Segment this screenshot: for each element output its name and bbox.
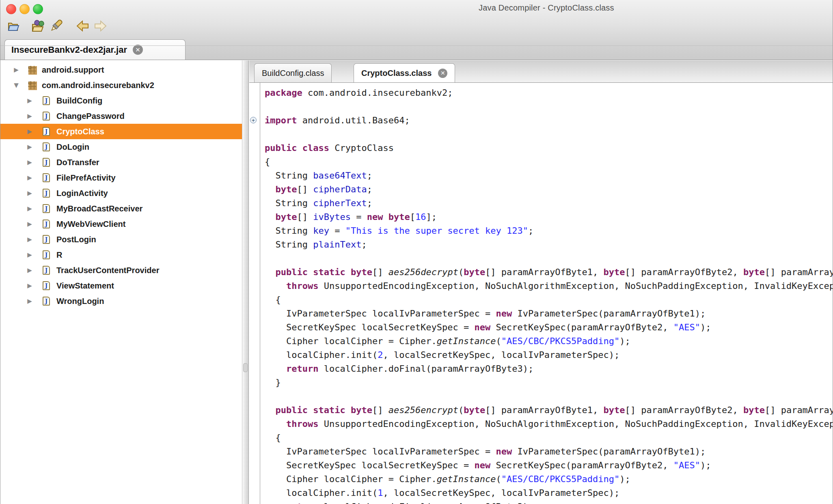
tab-label: CryptoClass.class <box>361 69 432 78</box>
editor-pane: BuildConfig.class CryptoClass.class ✕ + … <box>249 60 833 504</box>
chevron-right-icon[interactable]: ▶ <box>26 174 33 181</box>
zoom-window-icon[interactable] <box>33 4 43 14</box>
tree-item-loginactivity[interactable]: ▶JLoginActivity <box>0 185 242 201</box>
tree-item-label: BuildConfig <box>56 96 102 106</box>
tree-item-dotransfer[interactable]: ▶JDoTransfer <box>0 155 242 170</box>
code-line-19: Cipher localCipher = Cipher.getInstance(… <box>249 334 833 348</box>
pane-splitter[interactable] <box>242 60 249 504</box>
code-line-21: return localCipher.doFinal(paramArrayOfB… <box>249 362 833 376</box>
code-line-20: localCipher.init(2, localSecretKeySpec, … <box>249 348 833 362</box>
code-line-15: throws UnsupportedEncodingException, NoS… <box>249 279 833 293</box>
jd-gui-window: Java Decompiler - CryptoClass.class <box>0 0 833 504</box>
code-line-27: IvParameterSpec localIvParameterSpec = n… <box>249 445 833 459</box>
code-line-12: String plainText; <box>249 238 833 252</box>
tree-item-label: MyBroadCastReceiver <box>56 204 142 213</box>
tab-label: BuildConfig.class <box>262 69 324 78</box>
tree-item-label: R <box>56 250 62 260</box>
chevron-right-icon[interactable]: ▶ <box>26 267 33 274</box>
tree-item-mywebviewclient[interactable]: ▶JMyWebViewClient <box>0 216 242 232</box>
package-tree: ▶android.support▼com.android.insecureban… <box>0 60 242 504</box>
tree-item-cryptoclass[interactable]: ▶JCryptoClass <box>0 124 242 139</box>
code-line-11: String key = "This is the super secret k… <box>249 224 833 238</box>
code-line-31: return localCipher.doFinal(paramArrayOfB… <box>249 500 833 504</box>
tree-item-dologin[interactable]: ▶JDoLogin <box>0 139 242 155</box>
tree-item-label: ViewStatement <box>56 281 114 291</box>
chevron-right-icon[interactable]: ▶ <box>26 297 33 305</box>
tree-item-label: TrackUserContentProvider <box>56 266 159 275</box>
chevron-right-icon[interactable]: ▶ <box>26 282 33 289</box>
tree-item-fileprefactivity[interactable]: ▶JFilePrefActivity <box>0 170 242 185</box>
chevron-right-icon[interactable]: ▶ <box>26 205 33 212</box>
tree-item-label: android.support <box>42 65 104 75</box>
chevron-right-icon[interactable]: ▶ <box>26 220 33 228</box>
code-line-13 <box>249 252 833 265</box>
package-icon <box>28 66 37 74</box>
tree-item-r[interactable]: ▶JR <box>0 247 242 263</box>
tree-item-android-support[interactable]: ▶android.support <box>0 62 242 78</box>
tree-item-wronglogin[interactable]: ▶JWrongLogin <box>0 293 242 309</box>
tree-item-viewstatement[interactable]: ▶JViewStatement <box>0 278 242 293</box>
java-class-icon: J <box>43 220 50 228</box>
open-all-types-icon[interactable] <box>31 19 45 33</box>
editor-tab-bar: BuildConfig.class CryptoClass.class ✕ <box>249 60 833 83</box>
tab-close-icon[interactable]: ✕ <box>438 69 447 78</box>
jar-tab[interactable]: InsecureBankv2-dex2jar.jar ✕ <box>4 39 186 60</box>
paste-log-icon[interactable] <box>49 19 63 33</box>
java-class-icon: J <box>43 204 50 213</box>
chevron-right-icon[interactable]: ▶ <box>26 236 33 243</box>
chevron-right-icon[interactable]: ▶ <box>26 251 33 258</box>
tree-item-label: ChangePassword <box>56 112 125 121</box>
close-window-icon[interactable] <box>6 4 16 14</box>
chevron-right-icon[interactable]: ▶ <box>13 66 20 73</box>
chevron-right-icon[interactable]: ▶ <box>26 97 33 104</box>
tree-item-label: DoLogin <box>56 142 89 152</box>
java-class-icon: J <box>43 297 50 306</box>
chevron-down-icon[interactable]: ▼ <box>13 82 20 89</box>
code-line-16: { <box>249 293 833 307</box>
tree-item-changepassword[interactable]: ▶JChangePassword <box>0 108 242 124</box>
tree-item-buildconfig[interactable]: ▶JBuildConfig <box>0 93 242 108</box>
tree-item-com-android-insecurebankv2[interactable]: ▼com.android.insecurebankv2 <box>0 78 242 93</box>
code-line-17: IvParameterSpec localIvParameterSpec = n… <box>249 307 833 321</box>
chevron-right-icon[interactable]: ▶ <box>26 128 33 135</box>
tree-item-label: FilePrefActivity <box>56 173 116 183</box>
java-class-icon: J <box>43 112 50 121</box>
code-line-26: { <box>249 431 833 445</box>
code-line-5: public class CryptoClass <box>249 141 833 155</box>
package-icon <box>28 81 37 90</box>
minimize-window-icon[interactable] <box>19 4 30 14</box>
code-line-4 <box>249 127 833 141</box>
code-line-8: byte[] cipherData; <box>249 183 833 196</box>
tree-item-label: MyWebViewClient <box>56 220 125 229</box>
open-file-icon[interactable] <box>7 19 21 33</box>
code-line-7: String base64Text; <box>249 169 833 183</box>
chevron-right-icon[interactable]: ▶ <box>26 190 33 197</box>
tree-item-label: com.android.insecurebankv2 <box>42 81 154 90</box>
tree-item-postlogin[interactable]: ▶JPostLogin <box>0 232 242 247</box>
tab-buildconfig-class[interactable]: BuildConfig.class <box>254 63 332 82</box>
code-view[interactable]: + package com.android.insecurebankv2; im… <box>249 83 833 504</box>
code-line-14: public static byte[] aes256decrypt(byte[… <box>249 265 833 279</box>
java-class-icon: J <box>43 250 50 259</box>
java-class-icon: J <box>43 142 50 151</box>
tree-item-trackusercontentprovider[interactable]: ▶JTrackUserContentProvider <box>0 263 242 278</box>
code-line-9: String cipherText; <box>249 196 833 210</box>
chevron-right-icon[interactable]: ▶ <box>26 112 33 120</box>
tree-item-label: LoginActivity <box>56 189 108 198</box>
jar-tab-close-icon[interactable]: ✕ <box>133 45 143 55</box>
code-line-6: { <box>249 155 833 169</box>
code-line-23 <box>249 390 833 403</box>
chevron-right-icon[interactable]: ▶ <box>26 143 33 151</box>
code-line-3: import android.util.Base64; <box>249 114 833 127</box>
java-class-icon: J <box>43 173 50 182</box>
splitter-grip-icon[interactable] <box>243 363 248 372</box>
java-class-icon: J <box>43 127 50 136</box>
java-class-icon: J <box>43 96 50 105</box>
code-line-24: public static byte[] aes256encrypt(byte[… <box>249 403 833 417</box>
chevron-right-icon[interactable]: ▶ <box>26 159 33 166</box>
tree-item-label: WrongLogin <box>56 297 104 306</box>
tab-cryptoclass-class[interactable]: CryptoClass.class ✕ <box>354 63 455 82</box>
tree-item-mybroadcastreceiver[interactable]: ▶JMyBroadCastReceiver <box>0 201 242 216</box>
tree-item-label: PostLogin <box>56 235 96 244</box>
back-icon[interactable] <box>76 19 90 33</box>
